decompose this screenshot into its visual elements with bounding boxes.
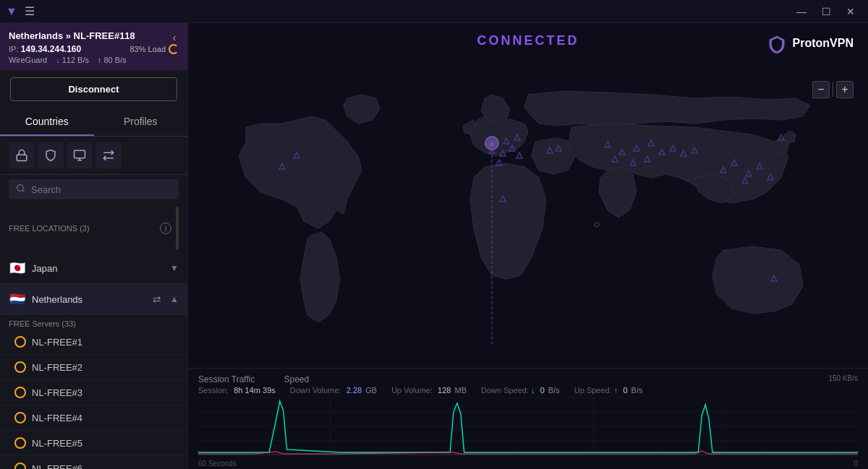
up-speed-value: 80 B/s [104,56,127,64]
server-status-icon [14,336,26,348]
svg-marker-7 [516,152,522,158]
server-name-label: NL-FREE#2 [32,362,82,373]
session-traffic-section: Session Traffic Speed Session: 8h 14m 39… [198,374,642,395]
server-row[interactable]: NL-FREE#5 [0,431,187,456]
search-input[interactable] [31,184,171,195]
server-name-label: NL-FREE#6 [32,463,82,470]
search-icon [16,184,25,195]
server-row[interactable]: NL-FREE#1 [0,330,187,355]
speed-max-label: 150 KB/s [828,374,858,395]
load-circle-icon [169,44,179,54]
server-name-label: NL-FREE#4 [32,413,82,423]
scrollbar[interactable] [176,207,179,250]
svg-point-38 [595,223,599,227]
world-map[interactable]: ⌂ [188,59,868,368]
server-row[interactable]: NL-FREE#4 [0,405,187,431]
down-speed-arrow: ↓ [531,386,535,395]
japan-flag-icon: 🇯🇵 [9,260,26,276]
down-speed: ↓ 112 B/s [56,56,89,64]
server-status-icon [14,412,26,423]
menu-icon[interactable]: ☰ [25,4,35,18]
titlebar-right: — ☐ ✕ [790,0,862,23]
svg-text:⌂: ⌂ [490,140,493,147]
filter-secure-core[interactable] [9,142,35,168]
proton-name: ProtonVPN [793,37,854,50]
reconnect-icon[interactable]: ⇄ [153,293,161,305]
netherlands-flag-icon: 🇳🇱 [9,291,26,307]
server-row[interactable]: NL-FREE#3 [0,380,187,405]
down-volume-stat: Down Volume: 2.28 GB [290,386,377,395]
free-locations-header: FREE Locations (3) i [0,202,187,253]
tab-profiles[interactable]: Profiles [94,108,188,136]
server-list: 🇯🇵 Japan ▼ 🇳🇱 Netherlands ⇄ ▲ FREE Serve… [0,253,187,469]
tabs-container: Countries Profiles [0,108,187,137]
search-box [9,179,179,199]
info-icon[interactable]: i [160,223,171,234]
minimize-button[interactable]: — [790,0,813,23]
server-row[interactable]: NL-FREE#2 [0,355,187,380]
down-speed-stat: Down Speed: ↓ 0 B/s [481,386,560,395]
free-locations-label: FREE Locations (3) [9,224,90,233]
up-speed-arrow: ↑ [614,386,618,395]
svg-point-2 [17,185,24,192]
netherlands-name: Netherlands [32,294,147,305]
country-item-netherlands[interactable]: 🇳🇱 Netherlands ⇄ ▲ [0,284,187,315]
server-status-icon [14,437,26,449]
up-volume-stat: Up Volume: 128 MB [391,386,467,395]
japan-chevron-icon: ▼ [170,263,179,273]
graph-canvas: 60 Seconds 0 [198,397,858,459]
session-traffic-label: Session Traffic [198,374,255,384]
connected-text: CONNECTED [477,33,579,48]
svg-rect-0 [17,155,27,160]
server-name: Netherlands » NL-FREE#118 [9,30,179,41]
server-status-icon [14,462,26,469]
connection-header: Netherlands » NL-FREE#118 IP: 149.34.244… [0,23,187,70]
speed-label: Speed [284,374,309,384]
graph-svg [198,397,858,455]
svg-line-3 [22,190,24,192]
server-status-icon [14,387,26,398]
graph-time-labels: 60 Seconds 0 [198,460,858,468]
up-arrow-icon: ↑ [98,56,102,64]
filter-p2p[interactable] [38,142,64,168]
down-arrow-icon: ↓ [56,56,60,64]
time-end-label: 0 [854,460,858,468]
protocol-row: WireGuard ↓ 112 B/s ↑ 80 B/s [9,56,179,64]
free-locations-info: i [160,207,179,250]
connected-badge: CONNECTED [477,33,579,48]
load-indicator: 83% Load [129,44,179,54]
free-servers-label: FREE Servers (33) [0,315,187,330]
svg-rect-1 [75,150,85,158]
disconnect-button[interactable]: Disconnect [10,77,177,101]
filter-streaming[interactable] [67,142,93,168]
server-row[interactable]: NL-FREE#6 [0,456,187,469]
server-name-label: NL-FREE#1 [32,337,82,348]
main-container: Netherlands » NL-FREE#118 IP: 149.34.244… [0,23,868,469]
time-start-label: 60 Seconds [198,460,237,468]
ip-address: 149.34.244.160 [21,44,81,54]
up-speed-stat: Up Speed: ↑ 0 B/s [574,386,643,395]
filters-bar [0,137,187,175]
connection-ip-row: IP: 149.34.244.160 83% Load [9,44,179,54]
sidebar: Netherlands » NL-FREE#118 IP: 149.34.244… [0,23,188,469]
ip-info: IP: 149.34.244.160 [9,44,81,54]
titlebar-left: ▼ ☰ [6,4,35,18]
up-speed: ↑ 80 B/s [98,56,127,64]
maximize-button[interactable]: ☐ [814,0,838,23]
close-button[interactable]: ✕ [839,0,862,23]
down-speed-value: 112 B/s [62,56,89,64]
load-value: 83% Load [129,45,166,53]
tab-countries[interactable]: Countries [0,108,94,136]
filter-tor[interactable] [95,142,122,168]
country-item-japan[interactable]: 🇯🇵 Japan ▼ [0,253,187,284]
app-icon: ▼ [6,5,17,18]
server-name-label: NL-FREE#5 [32,438,82,449]
netherlands-chevron-icon: ▲ [170,294,179,304]
proton-logo: ProtonVPN [767,33,854,53]
sidebar-collapse-button[interactable]: ‹ [167,30,182,45]
server-status-icon [14,361,26,373]
japan-name: Japan [32,263,164,274]
titlebar: ▼ ☰ — ☐ ✕ [0,0,868,23]
ip-label: IP: [9,45,18,53]
proton-icon [767,33,787,53]
